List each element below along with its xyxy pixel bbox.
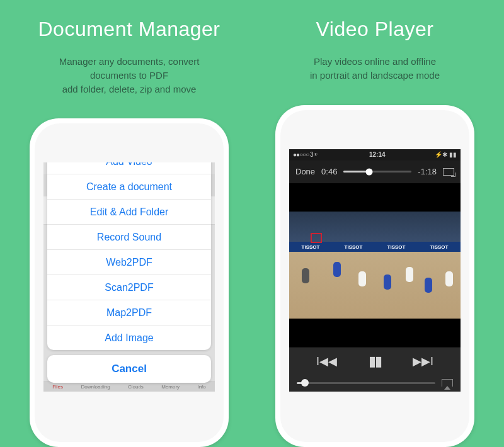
player-white [406,267,413,282]
sponsor-banner: TISSOT TISSOT TISSOT TISSOT [289,242,461,252]
tab-clouds[interactable]: Clouds [128,384,144,390]
volume-thumb-icon[interactable] [301,379,309,387]
action-sheet: Playlist Add Video Create a document Edi… [47,162,211,383]
status-right-icons: ⚡✱ ▮▮ [435,151,457,158]
action-record-sound[interactable]: Record Sound [47,224,211,249]
phone-mock-right: ●●○○○ 3 ᯤ 12:14 ⚡✱ ▮▮ Done 0:46 -1:18 [275,105,474,448]
player-blue [333,262,341,277]
action-web2pdf[interactable]: Web2PDF [47,249,211,274]
right-sub-line2: in portrait and landscape mode [310,70,440,81]
screen-left: ●●○○○ 3 ᯤ 12:12 ⚡✱ ▮▮ [43,162,215,392]
tab-info[interactable]: Info [197,384,205,390]
volume-slider[interactable] [297,382,435,384]
signal-dots-icon: ●●○○○ 3 ᯤ [293,151,319,158]
done-button[interactable]: Done [295,167,315,176]
pause-icon[interactable]: ▮▮ [369,353,381,370]
right-subheading: Play videos online and offline in portra… [310,55,440,82]
action-cancel[interactable]: Cancel [47,355,211,383]
banner-text: TISSOT [302,244,320,250]
left-heading: Document Manager [38,18,220,41]
player-white [358,271,366,286]
action-map2pdf[interactable]: Map2PDF [47,300,211,325]
action-add-image[interactable]: Add Image [47,325,211,350]
elapsed-time: 0:46 [321,167,337,176]
action-add-video[interactable]: Add Video [47,162,211,174]
bottom-tabbar: Files Downloading Clouds Memory Info [43,382,215,392]
banner-text: TISSOT [345,244,363,250]
remaining-time: -1:18 [418,167,437,176]
video-top-bar: Done 0:46 -1:18 [289,161,461,183]
action-scan2pdf[interactable]: Scan2PDF [47,274,211,300]
basketball-hoop-icon [311,233,322,243]
phone-mock-left: ●●○○○ 3 ᯤ 12:12 ⚡✱ ▮▮ [30,118,229,447]
fullscreen-icon[interactable] [443,168,454,176]
airplay-icon[interactable] [442,379,453,387]
right-sub-line1: Play videos online and offline [314,56,436,67]
scrubber-thumb-icon[interactable] [366,168,373,175]
tab-downloading[interactable]: Downloading [81,384,110,390]
video-player-screen: ●●○○○ 3 ᯤ 12:14 ⚡✱ ▮▮ Done 0:46 -1:18 [289,149,461,392]
playback-scrubber[interactable] [343,171,411,173]
left-sub-line3: add folder, delete, zip and move [62,84,197,94]
video-controls: I◀◀ ▮▮ ▶▶I [289,348,461,392]
next-track-icon[interactable]: ▶▶I [413,354,433,368]
video-content: TISSOT TISSOT TISSOT TISSOT [289,212,461,319]
left-sub-line1: Manager any documents, convert [59,56,200,67]
right-heading: Video Player [316,18,434,41]
referee [302,268,309,283]
left-subheading: Manager any documents, convert documents… [59,55,200,96]
action-sheet-group: Playlist Add Video Create a document Edi… [47,162,211,350]
banner-text: TISSOT [387,244,406,250]
status-bar: ●●○○○ 3 ᯤ 12:14 ⚡✱ ▮▮ [289,149,461,161]
action-create-document[interactable]: Create a document [47,174,211,199]
status-time: 12:14 [369,151,386,158]
screen-right: ●●○○○ 3 ᯤ 12:14 ⚡✱ ▮▮ Done 0:46 -1:18 [289,149,461,392]
video-frame[interactable]: TISSOT TISSOT TISSOT TISSOT [289,183,461,348]
tab-memory[interactable]: Memory [161,384,180,390]
player-white [445,271,453,286]
previous-track-icon[interactable]: I◀◀ [316,354,337,368]
banner-text: TISSOT [430,244,449,250]
player-blue [384,274,391,290]
player-blue [425,278,432,293]
left-sub-line2: documents to PDF [90,70,168,81]
tab-files[interactable]: Files [52,384,63,390]
action-edit-add-folder[interactable]: Edit & Add Folder [47,199,211,224]
